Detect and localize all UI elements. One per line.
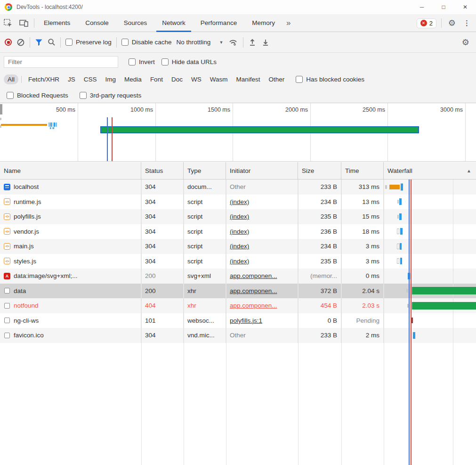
request-row-styles-js[interactable]: <>styles.js304script(index)235 B3 ms <box>0 254 476 269</box>
tab-console[interactable]: Console <box>78 14 116 32</box>
waterfall-bar <box>406 289 408 293</box>
initiator-link[interactable]: app.componen... <box>230 287 277 294</box>
column-separator <box>384 179 384 465</box>
request-row-polyfills-js[interactable]: <>polyfills.js304script(index)235 B15 ms <box>0 209 476 224</box>
error-icon: ✕ <box>420 20 427 26</box>
initiator-link[interactable]: (index) <box>230 258 249 265</box>
initiator-link[interactable]: (index) <box>230 228 249 235</box>
cell-size: 236 B <box>298 224 341 239</box>
clear-button[interactable] <box>16 38 25 47</box>
filter-input[interactable] <box>4 56 118 68</box>
overview-main-request-bar <box>100 126 419 133</box>
type-filter-manifest[interactable]: Manifest <box>232 74 264 84</box>
record-button[interactable] <box>5 39 12 46</box>
hide-data-urls-checkbox[interactable]: Hide data URLs <box>161 58 217 65</box>
request-row-localhost[interactable]: localhost304docum...Other233 B313 ms <box>0 179 476 195</box>
column-header-initiator[interactable]: Initiator <box>226 162 298 179</box>
type-filter-ws[interactable]: WS <box>187 74 205 84</box>
type-filter-font[interactable]: Font <box>146 74 167 84</box>
kebab-menu-icon[interactable]: ⋮ <box>460 19 473 27</box>
type-filter-other[interactable]: Other <box>265 74 288 84</box>
preserve-log-checkbox[interactable]: Preserve log <box>65 39 112 46</box>
waterfall-bar <box>401 183 403 190</box>
tab-performance[interactable]: Performance <box>193 14 244 32</box>
overview-gridline <box>78 103 78 161</box>
script-icon: <> <box>4 243 10 250</box>
invert-checkbox[interactable]: Invert <box>129 58 155 65</box>
blocked-requests-checkbox[interactable]: Blocked Requests <box>7 92 68 99</box>
column-header-size[interactable]: Size <box>298 162 341 179</box>
request-row-favicon-ico[interactable]: favicon.ico304vnd.mic...Other233 B2 ms <box>0 328 476 343</box>
cell-size: 235 B <box>298 209 341 224</box>
column-header-type[interactable]: Type <box>184 162 226 179</box>
cell-type: script <box>184 195 226 210</box>
more-tabs-button[interactable]: » <box>282 18 293 28</box>
cell-time: 3 ms <box>341 254 384 269</box>
cell-type: websoc... <box>184 313 226 328</box>
network-settings-gear-icon[interactable]: ⚙ <box>460 37 471 48</box>
has-blocked-cookies-checkbox[interactable]: Has blocked cookies <box>296 76 364 83</box>
waterfall-bar <box>413 332 415 339</box>
disable-cache-checkbox[interactable]: Disable cache <box>121 39 172 46</box>
throttling-dropdown[interactable]: No throttling ▼ <box>177 39 224 46</box>
dcl-event-line <box>107 117 108 161</box>
device-toolbar-icon[interactable] <box>16 16 32 30</box>
type-filter-all[interactable]: All <box>4 74 18 84</box>
initiator-link[interactable]: app.componen... <box>230 272 277 279</box>
column-header-time[interactable]: Time <box>341 162 384 179</box>
type-filter-wasm[interactable]: Wasm <box>206 74 232 84</box>
request-row-data-image-svg-xml-[interactable]: Adata:image/svg+xml;...200svg+xmlapp.com… <box>0 269 476 284</box>
type-filter-css[interactable]: CSS <box>80 74 101 84</box>
overview-tick-label: 2000 ms <box>285 106 308 113</box>
type-filter-img[interactable]: Img <box>102 74 120 84</box>
column-header-waterfall[interactable]: Waterfall ▲ <box>384 162 476 179</box>
third-party-requests-checkbox[interactable]: 3rd-party requests <box>80 92 142 99</box>
type-filter-js[interactable]: JS <box>64 74 79 84</box>
initiator-link[interactable]: app.componen... <box>230 302 277 309</box>
request-row-vendor-js[interactable]: <>vendor.js304script(index)236 B18 ms <box>0 224 476 239</box>
filter-funnel-icon[interactable] <box>35 39 43 46</box>
request-row-ng-cli-ws[interactable]: ng-cli-ws101websoc...polyfills.js:10 BPe… <box>0 313 476 328</box>
request-row-runtime-js[interactable]: <>runtime.js304script(index)234 B13 ms <box>0 195 476 210</box>
request-row-data[interactable]: data200xhrapp.componen...372 B2.04 s <box>0 284 476 299</box>
inspect-element-icon[interactable] <box>0 16 16 30</box>
type-filter-media[interactable]: Media <box>121 74 145 84</box>
request-row-main-js[interactable]: <>main.js304script(index)234 B3 ms <box>0 239 476 254</box>
type-filter-fetchxhr[interactable]: Fetch/XHR <box>24 74 63 84</box>
export-har-icon[interactable] <box>261 38 270 47</box>
cell-waterfall <box>384 209 476 224</box>
search-icon[interactable] <box>48 38 56 46</box>
import-har-icon[interactable] <box>248 38 257 47</box>
minimize-button[interactable]: ─ <box>411 0 433 14</box>
tab-sources[interactable]: Sources <box>116 14 155 32</box>
cell-name: <>vendor.js <box>0 224 141 239</box>
waterfall-bar <box>385 185 387 189</box>
cell-name: <>styles.js <box>0 254 141 269</box>
waterfall-bar <box>400 228 403 235</box>
network-conditions-icon[interactable] <box>228 38 238 47</box>
tab-memory[interactable]: Memory <box>244 14 282 32</box>
close-button[interactable]: ✕ <box>454 0 476 14</box>
cell-type: xhr <box>184 298 226 313</box>
cell-waterfall <box>384 328 476 343</box>
chevron-down-icon: ▼ <box>219 40 223 45</box>
tab-elements[interactable]: Elements <box>36 14 78 32</box>
overview-tick-label: 3000 ms <box>440 106 463 113</box>
initiator-link[interactable]: (index) <box>230 243 249 250</box>
tab-network[interactable]: Network <box>154 14 193 32</box>
overview-activity-bar <box>50 122 52 127</box>
initiator-link[interactable]: (index) <box>230 198 249 205</box>
column-header-status[interactable]: Status <box>141 162 184 179</box>
cell-status: 304 <box>141 328 184 343</box>
request-row-notfound[interactable]: notfound404xhrapp.componen...454 B2.03 s <box>0 298 476 313</box>
column-header-name[interactable]: Name <box>0 162 141 179</box>
settings-gear-icon[interactable]: ⚙ <box>446 18 458 28</box>
window-titlebar: DevTools - localhost:4200/ ─ □ ✕ <box>0 0 476 14</box>
initiator-link[interactable]: polyfills.js:1 <box>230 317 262 324</box>
script-icon: <> <box>4 213 10 220</box>
network-overview-timeline[interactable]: 500 ms1000 ms1500 ms2000 ms2500 ms3000 m… <box>0 103 476 162</box>
initiator-link[interactable]: (index) <box>230 213 249 220</box>
type-filter-doc[interactable]: Doc <box>168 74 186 84</box>
maximize-button[interactable]: □ <box>433 0 454 14</box>
error-count-badge[interactable]: ✕ 2 <box>417 18 436 28</box>
